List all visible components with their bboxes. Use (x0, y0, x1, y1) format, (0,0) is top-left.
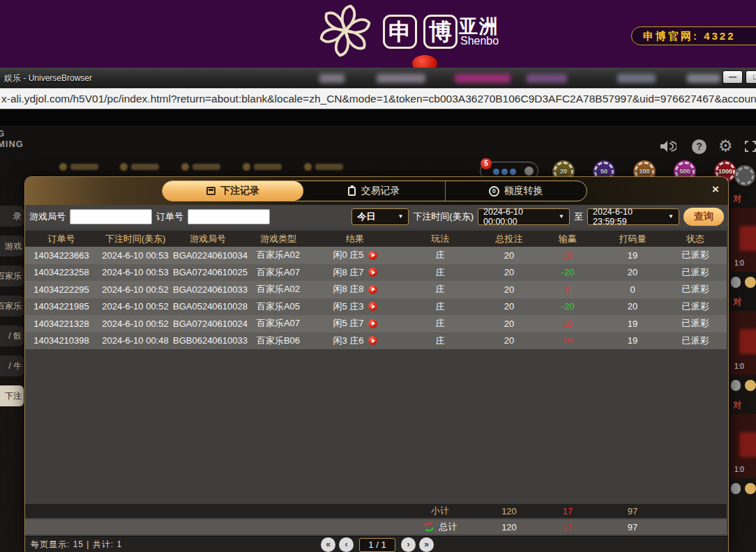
bet-panel[interactable]: 1:0 (731, 208, 756, 272)
cell-play: 庄 (396, 249, 484, 261)
category-item-blurred[interactable] (120, 163, 159, 171)
fullscreen-icon[interactable] (743, 139, 756, 156)
help-icon[interactable]: ? (692, 139, 706, 154)
blurred-nav-item (455, 74, 511, 83)
cell-time: 2024-6-10 00:52 (98, 301, 173, 312)
cell-order: 14034210398 (25, 335, 98, 346)
subtotal-label: 小计 (396, 505, 484, 517)
right-panel-fragments: 对 1:0 对 1:0 对 (731, 192, 756, 503)
cell-round: BGA02240610033 (173, 284, 243, 295)
gray-pill-button[interactable] (731, 277, 741, 288)
sidebar-item-fragment[interactable]: 百家乐 (0, 266, 24, 286)
maximize-button[interactable]: □ (746, 70, 756, 84)
cell-time: 2024-6-10 00:53 (98, 250, 173, 261)
cell-order: 14034221328 (25, 319, 98, 329)
table-row[interactable]: 14034221985 2024-6-10 00:52 BGA052406100… (25, 298, 727, 316)
cell-round: BGA07240610025 (173, 267, 243, 277)
sidebar-item-fragment[interactable]: 百家乐 (0, 296, 24, 316)
replay-icon[interactable] (368, 268, 377, 277)
col-header: 订单号 (25, 233, 98, 245)
sidebar-item-fragment[interactable]: 游戏 (0, 236, 24, 256)
brand-char-bo: 博 (423, 15, 458, 49)
first-page-button[interactable]: « (321, 537, 335, 552)
cell-result-wrap: 闲0 庄5 (314, 249, 396, 261)
official-site-pill[interactable]: 申博官网: 4322 (631, 26, 756, 45)
cell-status: 已派彩 (664, 266, 727, 279)
sidebar-item-fragment[interactable]: / 骰 (0, 325, 24, 346)
category-item-blurred[interactable] (243, 163, 282, 171)
table-row[interactable]: 14034222295 2024-6-10 00:52 BGA022406100… (25, 281, 727, 298)
order-input[interactable] (188, 209, 270, 224)
odds-label: 1:0 (734, 466, 744, 473)
refresh-icon[interactable] (423, 522, 434, 532)
chip-dot-gray (524, 167, 534, 176)
poker-chip-icon[interactable] (736, 167, 754, 185)
url-text[interactable]: x-ali.ydjol.com/h5V01/pc/index.html?retu… (1, 89, 756, 109)
gear-icon[interactable]: ⚙ (718, 137, 733, 154)
round-input[interactable] (70, 209, 152, 224)
category-item-blurred[interactable] (59, 163, 98, 171)
sidebar-item-fragment[interactable]: 录 (0, 206, 24, 227)
browser-url-bar[interactable]: x-ali.ydjol.com/h5V01/pc/index.html?retu… (0, 88, 756, 109)
tab-quota-transfer[interactable]: 0 额度转换 (445, 181, 587, 201)
replay-icon[interactable] (368, 251, 377, 260)
search-button[interactable]: 查询 (683, 208, 724, 226)
category-item-blurred[interactable] (181, 163, 220, 171)
replay-icon[interactable] (368, 319, 377, 328)
bet-panel-fragment: 对 1:0 (731, 296, 756, 391)
gold-pill-button[interactable] (745, 483, 756, 494)
bet-panel-glyph-fragment (739, 226, 756, 251)
minimize-button[interactable]: — (723, 70, 743, 84)
category-item-blurred[interactable] (304, 163, 343, 171)
date-to-dropdown[interactable]: 2024-6-10 23:59:59 ▼ (587, 208, 679, 225)
cell-game: 百家乐B06 (243, 335, 314, 347)
bet-panel-buttons (731, 277, 756, 288)
cell-result: 闲5 庄3 (333, 300, 363, 313)
browser-title-bar: 娱乐 - UniverseBrowser — □ (0, 68, 756, 88)
date-from-value: 2024-6-10 00:00:00 (483, 207, 554, 227)
bet-panel-fragment: 对 1:0 (731, 193, 756, 288)
table-row[interactable]: 14034223663 2024-6-10 00:53 BGA022406100… (25, 247, 727, 264)
cell-winloss: -20 (534, 301, 601, 312)
cell-result: 闲3 庄6 (333, 335, 363, 347)
cell-play: 庄 (396, 335, 484, 347)
replay-icon[interactable] (368, 285, 377, 294)
pager: « ‹ 1 / 1 › » (321, 537, 434, 552)
bet-panel[interactable]: 1:0 (731, 414, 756, 478)
replay-icon[interactable] (368, 336, 377, 345)
page-indicator: 1 / 1 (359, 538, 395, 552)
cell-time: 2024-6-10 00:48 (98, 335, 173, 346)
modal-tabs: 下注记录 交易记录 0 额度转换 (162, 181, 587, 201)
last-page-button[interactable]: » (419, 537, 434, 552)
col-header: 状态 (664, 233, 727, 245)
gold-pill-button[interactable] (745, 277, 756, 288)
replay-icon[interactable] (368, 302, 377, 311)
table-row[interactable]: 14034210398 2024-6-10 00:48 BGB062406100… (25, 332, 727, 350)
order-label: 订单号 (156, 210, 183, 223)
prev-page-button[interactable]: ‹ (339, 537, 354, 552)
cell-turnover: 0 (601, 284, 664, 295)
subtotal-bet: 120 (484, 506, 534, 516)
date-from-dropdown[interactable]: 2024-6-10 00:00:00 ▼ (478, 208, 570, 225)
cell-game: 百家乐A02 (243, 249, 314, 261)
volume-icon[interactable] (660, 139, 676, 156)
gold-pill-button[interactable] (745, 380, 756, 391)
tab-bet-records[interactable]: 下注记录 (162, 181, 303, 201)
sidebar-item-fragment[interactable]: / 牛 (0, 355, 24, 376)
bet-panel[interactable]: 1:0 (731, 311, 756, 375)
round-label: 游戏局号 (29, 210, 66, 223)
gray-pill-button[interactable] (731, 380, 741, 391)
cell-order: 14034223258 (25, 267, 98, 277)
screen: 申 博 亚洲 Shenbo 申博官网: 4322 娱乐 - UniverseBr… (0, 0, 756, 552)
table-row[interactable]: 14034221328 2024-6-10 00:52 BGA072406100… (25, 315, 727, 332)
sidebar-fragments: 录游戏百家乐百家乐/ 骰/ 牛下注 (0, 206, 27, 415)
close-icon[interactable]: × (712, 183, 719, 195)
total-turnover: 97 (601, 522, 664, 532)
sidebar-item-fragment[interactable]: 下注 (0, 385, 24, 406)
gray-pill-button[interactable] (731, 483, 741, 494)
table-row[interactable]: 14034223258 2024-6-10 00:53 BGA072406100… (25, 264, 727, 282)
tab-transaction-records[interactable]: 交易记录 (303, 181, 444, 201)
total-label: 总计 (439, 521, 458, 533)
date-range-dropdown[interactable]: 今日 ▼ (351, 208, 409, 225)
next-page-button[interactable]: › (401, 537, 416, 552)
